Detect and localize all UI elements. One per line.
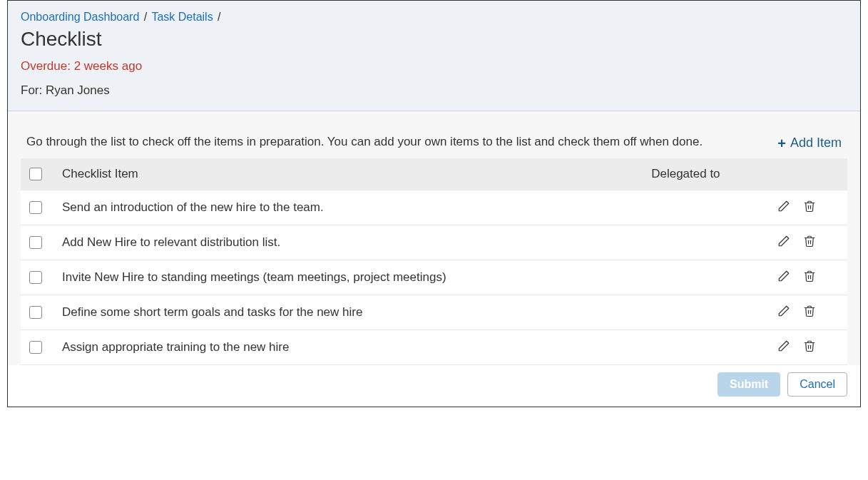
select-all-checkbox[interactable] — [29, 168, 42, 180]
footer-actions: Submit Cancel — [8, 365, 860, 407]
row-item-text: Send an introduction of the new hire to … — [53, 190, 643, 225]
breadcrumb-link-onboarding[interactable]: Onboarding Dashboard — [21, 11, 139, 23]
header-item: Checklist Item — [53, 158, 643, 190]
row-delegated — [643, 260, 769, 295]
trash-icon[interactable] — [803, 234, 816, 248]
cancel-button[interactable]: Cancel — [787, 372, 847, 397]
edit-icon[interactable] — [777, 235, 790, 247]
trash-icon[interactable] — [803, 339, 816, 353]
header-delegated: Delegated to — [643, 158, 769, 190]
trash-icon[interactable] — [803, 304, 816, 318]
breadcrumb-separator: / — [216, 11, 222, 23]
header-select-all — [21, 158, 53, 190]
trash-icon[interactable] — [803, 269, 816, 283]
header-actions — [769, 158, 847, 190]
row-delegated — [643, 330, 769, 364]
row-checkbox[interactable] — [29, 341, 42, 354]
breadcrumb-link-task-details[interactable]: Task Details — [151, 11, 213, 23]
submit-button[interactable]: Submit — [718, 372, 780, 397]
row-item-text: Invite New Hire to standing meetings (te… — [53, 260, 643, 295]
row-checkbox[interactable] — [29, 271, 42, 284]
row-delegated — [643, 190, 769, 225]
body-area: Go through the list to check off the ite… — [8, 111, 860, 365]
intro-text: Go through the list to check off the ite… — [26, 133, 703, 151]
row-delegated — [643, 225, 769, 260]
add-item-button[interactable]: + Add Item — [777, 136, 842, 150]
page-title: Checklist — [21, 28, 847, 51]
checklist-table: Checklist Item Delegated to Send an intr… — [21, 158, 847, 365]
page-header: Onboarding Dashboard / Task Details / Ch… — [8, 1, 860, 111]
row-delegated — [643, 295, 769, 330]
row-checkbox[interactable] — [29, 306, 42, 319]
add-item-label: Add Item — [790, 136, 842, 150]
row-checkbox[interactable] — [29, 236, 42, 249]
row-item-text: Define some short term goals and tasks f… — [53, 295, 643, 330]
row-item-text: Add New Hire to relevant distribution li… — [53, 225, 643, 260]
checklist-window: Onboarding Dashboard / Task Details / Ch… — [7, 0, 861, 407]
for-person: For: Ryan Jones — [21, 83, 847, 98]
table-row: Invite New Hire to standing meetings (te… — [21, 260, 847, 295]
edit-icon[interactable] — [777, 339, 790, 352]
overdue-status: Overdue: 2 weeks ago — [21, 59, 847, 73]
breadcrumb: Onboarding Dashboard / Task Details / — [21, 11, 847, 24]
edit-icon[interactable] — [777, 270, 790, 282]
edit-icon[interactable] — [777, 200, 790, 213]
breadcrumb-separator: / — [143, 11, 148, 23]
table-row: Add New Hire to relevant distribution li… — [21, 225, 847, 260]
trash-icon[interactable] — [803, 199, 816, 213]
row-checkbox[interactable] — [29, 201, 42, 214]
table-row: Send an introduction of the new hire to … — [21, 190, 847, 225]
table-header-row: Checklist Item Delegated to — [21, 158, 847, 190]
edit-icon[interactable] — [777, 305, 790, 317]
plus-icon: + — [777, 136, 786, 150]
table-row: Define some short term goals and tasks f… — [21, 295, 847, 330]
row-item-text: Assign appropriate training to the new h… — [53, 330, 643, 364]
table-row: Assign appropriate training to the new h… — [21, 330, 847, 364]
